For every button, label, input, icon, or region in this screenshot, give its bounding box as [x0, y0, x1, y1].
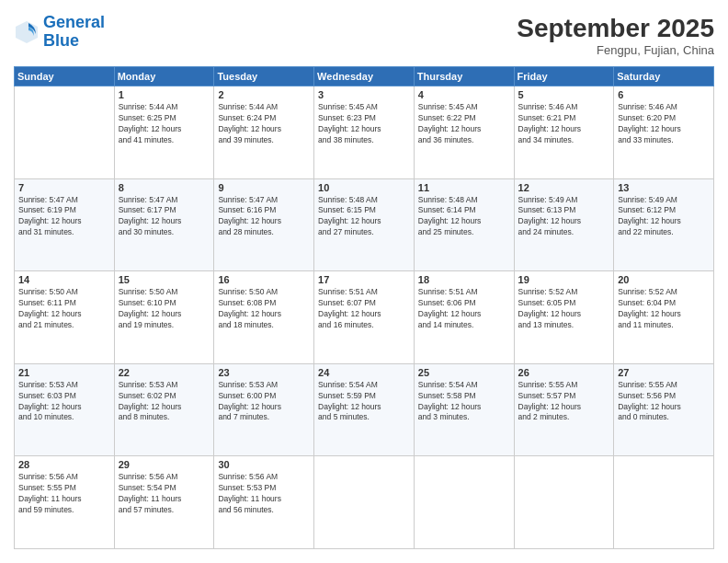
calendar-cell: 5Sunrise: 5:46 AM Sunset: 6:21 PM Daylig…	[514, 86, 614, 179]
calendar-week-1: 1Sunrise: 5:44 AM Sunset: 6:25 PM Daylig…	[15, 86, 714, 179]
calendar-cell: 13Sunrise: 5:49 AM Sunset: 6:12 PM Dayli…	[614, 178, 714, 271]
calendar-cell: 29Sunrise: 5:56 AM Sunset: 5:54 PM Dayli…	[114, 456, 214, 549]
calendar-cell: 27Sunrise: 5:55 AM Sunset: 5:56 PM Dayli…	[614, 363, 714, 456]
day-number: 28	[18, 459, 110, 470]
day-number: 2	[218, 89, 310, 100]
weekday-header-friday: Friday	[514, 67, 614, 86]
weekday-header-thursday: Thursday	[414, 67, 514, 86]
location: Fengpu, Fujian, China	[517, 43, 714, 57]
logo: General Blue	[14, 14, 105, 51]
cell-info: Sunrise: 5:50 AM Sunset: 6:10 PM Dayligh…	[119, 287, 210, 331]
weekday-header-row: SundayMondayTuesdayWednesdayThursdayFrid…	[15, 67, 714, 86]
page: General Blue September 2025 Fengpu, Fuji…	[0, 0, 728, 563]
calendar-cell: 6Sunrise: 5:46 AM Sunset: 6:20 PM Daylig…	[614, 86, 714, 179]
header: General Blue September 2025 Fengpu, Fuji…	[14, 14, 714, 57]
calendar-cell: 24Sunrise: 5:54 AM Sunset: 5:59 PM Dayli…	[314, 363, 415, 456]
calendar-cell: 19Sunrise: 5:52 AM Sunset: 6:05 PM Dayli…	[514, 271, 614, 364]
cell-info: Sunrise: 5:55 AM Sunset: 5:57 PM Dayligh…	[518, 380, 610, 424]
day-number: 17	[318, 274, 410, 285]
day-number: 25	[418, 367, 510, 378]
logo-line1: General	[43, 13, 105, 31]
calendar-cell	[15, 86, 115, 179]
cell-info: Sunrise: 5:54 AM Sunset: 5:59 PM Dayligh…	[318, 380, 410, 424]
calendar-week-5: 28Sunrise: 5:56 AM Sunset: 5:55 PM Dayli…	[15, 456, 714, 549]
day-number: 8	[119, 182, 210, 193]
day-number: 3	[318, 89, 410, 100]
weekday-header-tuesday: Tuesday	[214, 67, 314, 86]
cell-info: Sunrise: 5:47 AM Sunset: 6:16 PM Dayligh…	[218, 195, 310, 239]
cell-info: Sunrise: 5:53 AM Sunset: 6:00 PM Dayligh…	[218, 380, 310, 424]
day-number: 15	[119, 274, 210, 285]
day-number: 23	[218, 367, 310, 378]
cell-info: Sunrise: 5:55 AM Sunset: 5:56 PM Dayligh…	[618, 380, 710, 424]
calendar-cell: 23Sunrise: 5:53 AM Sunset: 6:00 PM Dayli…	[214, 363, 314, 456]
calendar-cell	[614, 456, 714, 549]
cell-info: Sunrise: 5:46 AM Sunset: 6:20 PM Dayligh…	[618, 102, 710, 146]
calendar-cell: 16Sunrise: 5:50 AM Sunset: 6:08 PM Dayli…	[214, 271, 314, 364]
cell-info: Sunrise: 5:47 AM Sunset: 6:19 PM Dayligh…	[18, 195, 110, 239]
calendar-cell	[314, 456, 415, 549]
calendar-cell: 17Sunrise: 5:51 AM Sunset: 6:07 PM Dayli…	[314, 271, 415, 364]
cell-info: Sunrise: 5:52 AM Sunset: 6:04 PM Dayligh…	[618, 287, 710, 331]
day-number: 27	[618, 367, 710, 378]
calendar-cell	[514, 456, 614, 549]
day-number: 11	[418, 182, 510, 193]
cell-info: Sunrise: 5:54 AM Sunset: 5:58 PM Dayligh…	[418, 380, 510, 424]
day-number: 30	[218, 459, 310, 470]
calendar-week-4: 21Sunrise: 5:53 AM Sunset: 6:03 PM Dayli…	[15, 363, 714, 456]
calendar-cell: 30Sunrise: 5:56 AM Sunset: 5:53 PM Dayli…	[214, 456, 314, 549]
cell-info: Sunrise: 5:45 AM Sunset: 6:23 PM Dayligh…	[318, 102, 410, 146]
day-number: 14	[18, 274, 110, 285]
cell-info: Sunrise: 5:53 AM Sunset: 6:02 PM Dayligh…	[119, 380, 210, 424]
cell-info: Sunrise: 5:44 AM Sunset: 6:25 PM Dayligh…	[119, 102, 210, 146]
logo-text: General Blue	[43, 14, 105, 51]
day-number: 20	[618, 274, 710, 285]
calendar-cell: 25Sunrise: 5:54 AM Sunset: 5:58 PM Dayli…	[414, 363, 514, 456]
calendar-cell: 3Sunrise: 5:45 AM Sunset: 6:23 PM Daylig…	[314, 86, 415, 179]
cell-info: Sunrise: 5:50 AM Sunset: 6:08 PM Dayligh…	[218, 287, 310, 331]
day-number: 21	[18, 367, 110, 378]
cell-info: Sunrise: 5:51 AM Sunset: 6:07 PM Dayligh…	[318, 287, 410, 331]
calendar-cell: 21Sunrise: 5:53 AM Sunset: 6:03 PM Dayli…	[15, 363, 115, 456]
calendar-cell: 18Sunrise: 5:51 AM Sunset: 6:06 PM Dayli…	[414, 271, 514, 364]
calendar-table: SundayMondayTuesdayWednesdayThursdayFrid…	[14, 66, 714, 549]
calendar-week-2: 7Sunrise: 5:47 AM Sunset: 6:19 PM Daylig…	[15, 178, 714, 271]
weekday-header-wednesday: Wednesday	[314, 67, 415, 86]
calendar-cell: 12Sunrise: 5:49 AM Sunset: 6:13 PM Dayli…	[514, 178, 614, 271]
cell-info: Sunrise: 5:48 AM Sunset: 6:15 PM Dayligh…	[318, 195, 410, 239]
day-number: 9	[218, 182, 310, 193]
day-number: 10	[318, 182, 410, 193]
calendar-cell: 28Sunrise: 5:56 AM Sunset: 5:55 PM Dayli…	[15, 456, 115, 549]
month-title: September 2025	[517, 14, 714, 43]
cell-info: Sunrise: 5:51 AM Sunset: 6:06 PM Dayligh…	[418, 287, 510, 331]
calendar-cell: 1Sunrise: 5:44 AM Sunset: 6:25 PM Daylig…	[114, 86, 214, 179]
cell-info: Sunrise: 5:49 AM Sunset: 6:13 PM Dayligh…	[518, 195, 610, 239]
cell-info: Sunrise: 5:56 AM Sunset: 5:54 PM Dayligh…	[119, 472, 210, 516]
calendar-cell: 4Sunrise: 5:45 AM Sunset: 6:22 PM Daylig…	[414, 86, 514, 179]
day-number: 6	[618, 89, 710, 100]
calendar-week-3: 14Sunrise: 5:50 AM Sunset: 6:11 PM Dayli…	[15, 271, 714, 364]
logo-icon	[14, 19, 40, 45]
calendar-cell: 11Sunrise: 5:48 AM Sunset: 6:14 PM Dayli…	[414, 178, 514, 271]
cell-info: Sunrise: 5:53 AM Sunset: 6:03 PM Dayligh…	[18, 380, 110, 424]
day-number: 16	[218, 274, 310, 285]
day-number: 5	[518, 89, 610, 100]
cell-info: Sunrise: 5:50 AM Sunset: 6:11 PM Dayligh…	[18, 287, 110, 331]
day-number: 12	[518, 182, 610, 193]
cell-info: Sunrise: 5:56 AM Sunset: 5:53 PM Dayligh…	[218, 472, 310, 516]
calendar-cell: 8Sunrise: 5:47 AM Sunset: 6:17 PM Daylig…	[114, 178, 214, 271]
day-number: 7	[18, 182, 110, 193]
cell-info: Sunrise: 5:52 AM Sunset: 6:05 PM Dayligh…	[518, 287, 610, 331]
logo-line2: Blue	[43, 31, 79, 50]
day-number: 22	[119, 367, 210, 378]
calendar-cell: 20Sunrise: 5:52 AM Sunset: 6:04 PM Dayli…	[614, 271, 714, 364]
calendar-cell: 26Sunrise: 5:55 AM Sunset: 5:57 PM Dayli…	[514, 363, 614, 456]
calendar-cell: 2Sunrise: 5:44 AM Sunset: 6:24 PM Daylig…	[214, 86, 314, 179]
cell-info: Sunrise: 5:46 AM Sunset: 6:21 PM Dayligh…	[518, 102, 610, 146]
day-number: 29	[119, 459, 210, 470]
weekday-header-monday: Monday	[114, 67, 214, 86]
calendar-cell: 10Sunrise: 5:48 AM Sunset: 6:15 PM Dayli…	[314, 178, 415, 271]
calendar-cell	[414, 456, 514, 549]
day-number: 18	[418, 274, 510, 285]
day-number: 13	[618, 182, 710, 193]
